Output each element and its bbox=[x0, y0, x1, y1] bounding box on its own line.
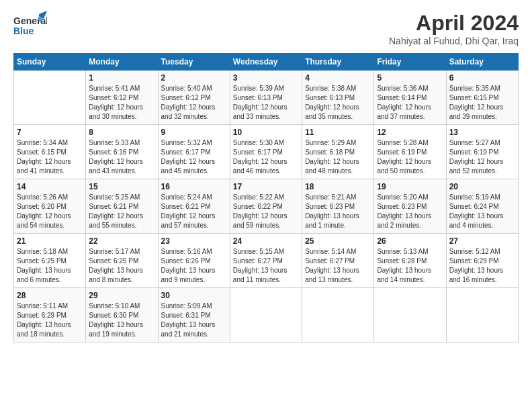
calendar-week-4: 21Sunrise: 5:18 AM Sunset: 6:25 PM Dayli… bbox=[14, 234, 519, 288]
day-number: 28 bbox=[17, 291, 83, 300]
col-sunday: Sunday bbox=[14, 54, 86, 71]
calendar-cell: 11Sunrise: 5:29 AM Sunset: 6:18 PM Dayli… bbox=[302, 125, 374, 179]
cell-sun-info: Sunrise: 5:16 AM Sunset: 6:26 PM Dayligh… bbox=[161, 247, 227, 285]
cell-sun-info: Sunrise: 5:27 AM Sunset: 6:19 PM Dayligh… bbox=[449, 138, 515, 176]
day-number: 29 bbox=[89, 291, 154, 300]
calendar-cell: 18Sunrise: 5:21 AM Sunset: 6:23 PM Dayli… bbox=[302, 179, 374, 234]
cell-sun-info: Sunrise: 5:09 AM Sunset: 6:31 PM Dayligh… bbox=[161, 302, 227, 339]
day-number: 20 bbox=[449, 182, 515, 191]
calendar-cell: 26Sunrise: 5:13 AM Sunset: 6:28 PM Dayli… bbox=[374, 234, 446, 288]
cell-sun-info: Sunrise: 5:39 AM Sunset: 6:13 PM Dayligh… bbox=[233, 84, 299, 122]
day-number: 30 bbox=[161, 291, 227, 300]
day-number: 15 bbox=[89, 182, 154, 191]
calendar-table: Sunday Monday Tuesday Wednesday Thursday… bbox=[13, 53, 519, 342]
col-friday: Friday bbox=[374, 54, 446, 71]
col-wednesday: Wednesday bbox=[230, 54, 302, 71]
day-number: 19 bbox=[377, 182, 443, 191]
day-number: 4 bbox=[305, 73, 371, 83]
calendar-cell: 6Sunrise: 5:35 AM Sunset: 6:15 PM Daylig… bbox=[446, 71, 518, 125]
calendar-header: Sunday Monday Tuesday Wednesday Thursday… bbox=[14, 54, 519, 71]
day-number: 12 bbox=[377, 128, 443, 137]
cell-sun-info: Sunrise: 5:10 AM Sunset: 6:30 PM Dayligh… bbox=[89, 302, 154, 339]
cell-sun-info: Sunrise: 5:17 AM Sunset: 6:25 PM Dayligh… bbox=[89, 247, 154, 285]
calendar-cell: 24Sunrise: 5:15 AM Sunset: 6:27 PM Dayli… bbox=[230, 234, 302, 288]
calendar-cell bbox=[14, 71, 86, 125]
cell-sun-info: Sunrise: 5:29 AM Sunset: 6:18 PM Dayligh… bbox=[305, 138, 371, 176]
logo: General Blue bbox=[13, 11, 47, 41]
cell-sun-info: Sunrise: 5:36 AM Sunset: 6:14 PM Dayligh… bbox=[377, 84, 443, 122]
calendar-cell: 10Sunrise: 5:30 AM Sunset: 6:17 PM Dayli… bbox=[230, 125, 302, 179]
calendar-cell: 8Sunrise: 5:33 AM Sunset: 6:16 PM Daylig… bbox=[86, 125, 158, 179]
calendar-cell: 23Sunrise: 5:16 AM Sunset: 6:26 PM Dayli… bbox=[158, 234, 230, 288]
cell-sun-info: Sunrise: 5:38 AM Sunset: 6:13 PM Dayligh… bbox=[305, 84, 371, 122]
cell-sun-info: Sunrise: 5:12 AM Sunset: 6:29 PM Dayligh… bbox=[449, 247, 515, 285]
calendar-cell: 28Sunrise: 5:11 AM Sunset: 6:29 PM Dayli… bbox=[14, 288, 86, 342]
col-tuesday: Tuesday bbox=[158, 54, 230, 71]
calendar-cell: 30Sunrise: 5:09 AM Sunset: 6:31 PM Dayli… bbox=[158, 288, 230, 342]
calendar-week-5: 28Sunrise: 5:11 AM Sunset: 6:29 PM Dayli… bbox=[14, 288, 519, 342]
calendar-cell bbox=[230, 288, 302, 342]
calendar-cell: 2Sunrise: 5:40 AM Sunset: 6:12 PM Daylig… bbox=[158, 71, 230, 125]
col-saturday: Saturday bbox=[446, 54, 518, 71]
page-title: April 2024 bbox=[389, 11, 519, 36]
cell-sun-info: Sunrise: 5:30 AM Sunset: 6:17 PM Dayligh… bbox=[233, 138, 299, 176]
cell-sun-info: Sunrise: 5:21 AM Sunset: 6:23 PM Dayligh… bbox=[305, 193, 371, 230]
cell-sun-info: Sunrise: 5:25 AM Sunset: 6:21 PM Dayligh… bbox=[89, 193, 154, 230]
day-number: 6 bbox=[449, 73, 515, 83]
calendar-cell: 4Sunrise: 5:38 AM Sunset: 6:13 PM Daylig… bbox=[302, 71, 374, 125]
day-number: 5 bbox=[377, 73, 443, 83]
title-block: April 2024 Nahiyat al Fuhud, Dhi Qar, Ir… bbox=[389, 11, 519, 46]
col-thursday: Thursday bbox=[302, 54, 374, 71]
calendar-cell bbox=[302, 288, 374, 342]
calendar-cell: 14Sunrise: 5:26 AM Sunset: 6:20 PM Dayli… bbox=[14, 179, 86, 234]
cell-sun-info: Sunrise: 5:32 AM Sunset: 6:17 PM Dayligh… bbox=[161, 138, 227, 176]
calendar-cell: 20Sunrise: 5:19 AM Sunset: 6:24 PM Dayli… bbox=[446, 179, 518, 234]
calendar-cell: 5Sunrise: 5:36 AM Sunset: 6:14 PM Daylig… bbox=[374, 71, 446, 125]
calendar-week-1: 1Sunrise: 5:41 AM Sunset: 6:12 PM Daylig… bbox=[14, 71, 519, 125]
calendar-cell: 16Sunrise: 5:24 AM Sunset: 6:21 PM Dayli… bbox=[158, 179, 230, 234]
calendar-cell: 9Sunrise: 5:32 AM Sunset: 6:17 PM Daylig… bbox=[158, 125, 230, 179]
day-number: 9 bbox=[161, 128, 227, 137]
day-number: 13 bbox=[449, 128, 515, 137]
day-number: 10 bbox=[233, 128, 299, 137]
day-number: 21 bbox=[17, 236, 83, 246]
day-number: 1 bbox=[89, 73, 154, 83]
calendar-cell: 27Sunrise: 5:12 AM Sunset: 6:29 PM Dayli… bbox=[446, 234, 518, 288]
cell-sun-info: Sunrise: 5:13 AM Sunset: 6:28 PM Dayligh… bbox=[377, 247, 443, 285]
cell-sun-info: Sunrise: 5:22 AM Sunset: 6:22 PM Dayligh… bbox=[233, 193, 299, 230]
day-number: 18 bbox=[305, 182, 371, 191]
calendar-cell bbox=[446, 288, 518, 342]
calendar-cell: 29Sunrise: 5:10 AM Sunset: 6:30 PM Dayli… bbox=[86, 288, 158, 342]
cell-sun-info: Sunrise: 5:28 AM Sunset: 6:19 PM Dayligh… bbox=[377, 138, 443, 176]
day-number: 26 bbox=[377, 236, 443, 246]
calendar-week-2: 7Sunrise: 5:34 AM Sunset: 6:15 PM Daylig… bbox=[14, 125, 519, 179]
day-number: 2 bbox=[161, 73, 227, 83]
calendar-cell: 17Sunrise: 5:22 AM Sunset: 6:22 PM Dayli… bbox=[230, 179, 302, 234]
col-monday: Monday bbox=[86, 54, 158, 71]
day-number: 16 bbox=[161, 182, 227, 191]
cell-sun-info: Sunrise: 5:34 AM Sunset: 6:15 PM Dayligh… bbox=[17, 138, 83, 176]
day-number: 14 bbox=[17, 182, 83, 191]
day-number: 8 bbox=[89, 128, 154, 137]
cell-sun-info: Sunrise: 5:33 AM Sunset: 6:16 PM Dayligh… bbox=[89, 138, 154, 176]
cell-sun-info: Sunrise: 5:20 AM Sunset: 6:23 PM Dayligh… bbox=[377, 193, 443, 230]
cell-sun-info: Sunrise: 5:41 AM Sunset: 6:12 PM Dayligh… bbox=[89, 84, 154, 122]
day-number: 3 bbox=[233, 73, 299, 83]
cell-sun-info: Sunrise: 5:18 AM Sunset: 6:25 PM Dayligh… bbox=[17, 247, 83, 285]
day-number: 23 bbox=[161, 236, 227, 246]
calendar-cell: 22Sunrise: 5:17 AM Sunset: 6:25 PM Dayli… bbox=[86, 234, 158, 288]
calendar-cell: 3Sunrise: 5:39 AM Sunset: 6:13 PM Daylig… bbox=[230, 71, 302, 125]
calendar-cell bbox=[374, 288, 446, 342]
calendar-cell: 15Sunrise: 5:25 AM Sunset: 6:21 PM Dayli… bbox=[86, 179, 158, 234]
day-number: 24 bbox=[233, 236, 299, 246]
svg-text:Blue: Blue bbox=[13, 26, 34, 36]
cell-sun-info: Sunrise: 5:11 AM Sunset: 6:29 PM Dayligh… bbox=[17, 302, 83, 339]
calendar-week-3: 14Sunrise: 5:26 AM Sunset: 6:20 PM Dayli… bbox=[14, 179, 519, 234]
cell-sun-info: Sunrise: 5:40 AM Sunset: 6:12 PM Dayligh… bbox=[161, 84, 227, 122]
day-number: 7 bbox=[17, 128, 83, 137]
cell-sun-info: Sunrise: 5:15 AM Sunset: 6:27 PM Dayligh… bbox=[233, 247, 299, 285]
calendar-cell: 19Sunrise: 5:20 AM Sunset: 6:23 PM Dayli… bbox=[374, 179, 446, 234]
day-number: 25 bbox=[305, 236, 371, 246]
cell-sun-info: Sunrise: 5:35 AM Sunset: 6:15 PM Dayligh… bbox=[449, 84, 515, 122]
page-container: General Blue April 2024 Nahiyat al Fuhud… bbox=[0, 0, 532, 349]
